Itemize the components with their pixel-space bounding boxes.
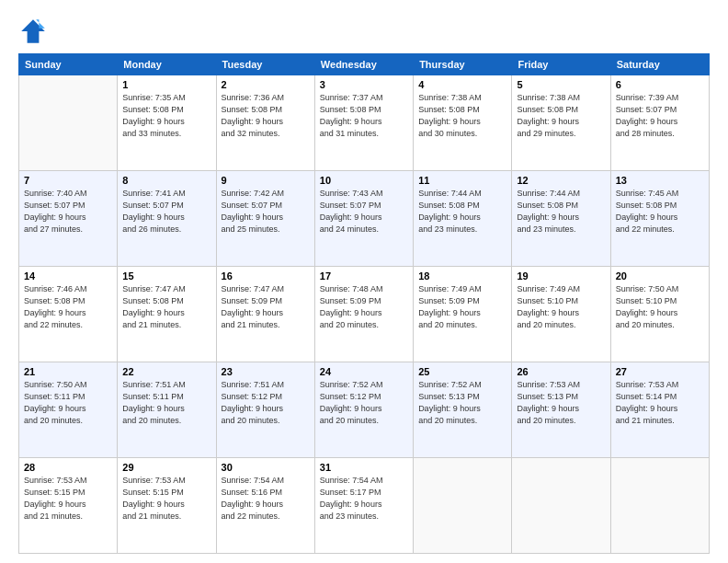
- calendar-day-cell: 25Sunrise: 7:52 AM Sunset: 5:13 PM Dayli…: [414, 362, 512, 458]
- calendar-header-row: SundayMondayTuesdayWednesdayThursdayFrid…: [19, 54, 710, 75]
- calendar-day-cell: 22Sunrise: 7:51 AM Sunset: 5:11 PM Dayli…: [118, 362, 216, 458]
- calendar-day-cell: 14Sunrise: 7:46 AM Sunset: 5:08 PM Dayli…: [19, 267, 118, 362]
- day-info: Sunrise: 7:43 AM Sunset: 5:07 PM Dayligh…: [320, 188, 408, 236]
- page: SundayMondayTuesdayWednesdayThursdayFrid…: [0, 0, 728, 563]
- calendar-day-cell: [512, 458, 610, 554]
- calendar-day-cell: 9Sunrise: 7:42 AM Sunset: 5:07 PM Daylig…: [216, 171, 314, 267]
- calendar-day-cell: 7Sunrise: 7:40 AM Sunset: 5:07 PM Daylig…: [19, 171, 118, 267]
- day-info: Sunrise: 7:53 AM Sunset: 5:15 PM Dayligh…: [122, 475, 210, 523]
- day-number: 2: [222, 79, 310, 90]
- calendar-day-cell: 17Sunrise: 7:48 AM Sunset: 5:09 PM Dayli…: [314, 267, 413, 362]
- calendar-header-friday: Friday: [512, 54, 610, 75]
- day-info: Sunrise: 7:51 AM Sunset: 5:11 PM Dayligh…: [122, 379, 210, 427]
- day-number: 16: [222, 270, 310, 282]
- calendar-table: SundayMondayTuesdayWednesdayThursdayFrid…: [18, 53, 710, 554]
- calendar-day-cell: [610, 458, 709, 554]
- day-info: Sunrise: 7:52 AM Sunset: 5:13 PM Dayligh…: [418, 379, 506, 427]
- day-number: 29: [122, 462, 210, 473]
- day-number: 30: [222, 462, 310, 473]
- day-info: Sunrise: 7:39 AM Sunset: 5:07 PM Dayligh…: [616, 92, 704, 140]
- calendar-day-cell: 16Sunrise: 7:47 AM Sunset: 5:09 PM Dayli…: [216, 267, 314, 362]
- day-number: 12: [517, 175, 605, 186]
- day-number: 13: [616, 175, 704, 186]
- svg-marker-0: [21, 19, 45, 43]
- calendar-day-cell: 2Sunrise: 7:36 AM Sunset: 5:08 PM Daylig…: [216, 75, 314, 171]
- day-info: Sunrise: 7:54 AM Sunset: 5:17 PM Dayligh…: [320, 475, 408, 523]
- day-info: Sunrise: 7:50 AM Sunset: 5:11 PM Dayligh…: [24, 379, 112, 427]
- calendar-day-cell: 29Sunrise: 7:53 AM Sunset: 5:15 PM Dayli…: [118, 458, 216, 554]
- day-info: Sunrise: 7:38 AM Sunset: 5:08 PM Dayligh…: [418, 92, 506, 140]
- day-number: 6: [616, 79, 704, 90]
- calendar-day-cell: 23Sunrise: 7:51 AM Sunset: 5:12 PM Dayli…: [216, 362, 314, 458]
- day-info: Sunrise: 7:47 AM Sunset: 5:08 PM Dayligh…: [122, 283, 210, 331]
- day-info: Sunrise: 7:46 AM Sunset: 5:08 PM Dayligh…: [24, 283, 112, 331]
- day-info: Sunrise: 7:49 AM Sunset: 5:09 PM Dayligh…: [418, 283, 506, 331]
- calendar-day-cell: [19, 75, 118, 171]
- day-info: Sunrise: 7:38 AM Sunset: 5:08 PM Dayligh…: [517, 92, 605, 140]
- day-info: Sunrise: 7:54 AM Sunset: 5:16 PM Dayligh…: [222, 475, 310, 523]
- day-info: Sunrise: 7:49 AM Sunset: 5:10 PM Dayligh…: [517, 283, 605, 331]
- day-number: 20: [616, 270, 704, 282]
- day-number: 19: [517, 270, 605, 282]
- calendar-day-cell: 19Sunrise: 7:49 AM Sunset: 5:10 PM Dayli…: [512, 267, 610, 362]
- calendar-day-cell: 24Sunrise: 7:52 AM Sunset: 5:12 PM Dayli…: [314, 362, 413, 458]
- day-number: 11: [418, 175, 506, 186]
- day-info: Sunrise: 7:53 AM Sunset: 5:15 PM Dayligh…: [24, 475, 112, 523]
- calendar-header-monday: Monday: [118, 54, 216, 75]
- day-info: Sunrise: 7:44 AM Sunset: 5:08 PM Dayligh…: [418, 188, 506, 236]
- calendar-day-cell: 13Sunrise: 7:45 AM Sunset: 5:08 PM Dayli…: [610, 171, 709, 267]
- calendar-day-cell: [414, 458, 512, 554]
- header: [18, 17, 710, 46]
- day-number: 25: [418, 366, 506, 377]
- calendar-day-cell: 31Sunrise: 7:54 AM Sunset: 5:17 PM Dayli…: [314, 458, 413, 554]
- day-info: Sunrise: 7:42 AM Sunset: 5:07 PM Dayligh…: [222, 188, 310, 236]
- day-number: 23: [222, 366, 310, 377]
- day-number: 1: [122, 79, 210, 90]
- calendar-week-row: 1Sunrise: 7:35 AM Sunset: 5:08 PM Daylig…: [19, 75, 710, 171]
- day-number: 10: [320, 175, 408, 186]
- day-number: 28: [24, 462, 112, 473]
- calendar-header-wednesday: Wednesday: [314, 54, 413, 75]
- calendar-day-cell: 21Sunrise: 7:50 AM Sunset: 5:11 PM Dayli…: [19, 362, 118, 458]
- calendar-day-cell: 28Sunrise: 7:53 AM Sunset: 5:15 PM Dayli…: [19, 458, 118, 554]
- calendar-day-cell: 5Sunrise: 7:38 AM Sunset: 5:08 PM Daylig…: [512, 75, 610, 171]
- day-info: Sunrise: 7:35 AM Sunset: 5:08 PM Dayligh…: [122, 92, 210, 140]
- day-number: 9: [222, 175, 310, 186]
- day-number: 17: [320, 270, 408, 282]
- calendar-week-row: 14Sunrise: 7:46 AM Sunset: 5:08 PM Dayli…: [19, 267, 710, 362]
- day-number: 27: [616, 366, 704, 377]
- day-info: Sunrise: 7:47 AM Sunset: 5:09 PM Dayligh…: [222, 283, 310, 331]
- calendar-day-cell: 27Sunrise: 7:53 AM Sunset: 5:14 PM Dayli…: [610, 362, 709, 458]
- day-number: 31: [320, 462, 408, 473]
- calendar-header-thursday: Thursday: [414, 54, 512, 75]
- day-info: Sunrise: 7:40 AM Sunset: 5:07 PM Dayligh…: [24, 188, 112, 236]
- day-number: 8: [122, 175, 210, 186]
- day-info: Sunrise: 7:53 AM Sunset: 5:13 PM Dayligh…: [517, 379, 605, 427]
- day-number: 7: [24, 175, 112, 186]
- day-info: Sunrise: 7:44 AM Sunset: 5:08 PM Dayligh…: [517, 188, 605, 236]
- calendar-day-cell: 8Sunrise: 7:41 AM Sunset: 5:07 PM Daylig…: [118, 171, 216, 267]
- logo-icon: [18, 17, 48, 46]
- day-number: 24: [320, 366, 408, 377]
- calendar-day-cell: 26Sunrise: 7:53 AM Sunset: 5:13 PM Dayli…: [512, 362, 610, 458]
- day-number: 22: [122, 366, 210, 377]
- calendar-week-row: 7Sunrise: 7:40 AM Sunset: 5:07 PM Daylig…: [19, 171, 710, 267]
- day-info: Sunrise: 7:45 AM Sunset: 5:08 PM Dayligh…: [616, 188, 704, 236]
- calendar-day-cell: 10Sunrise: 7:43 AM Sunset: 5:07 PM Dayli…: [314, 171, 413, 267]
- day-info: Sunrise: 7:51 AM Sunset: 5:12 PM Dayligh…: [222, 379, 310, 427]
- calendar-day-cell: 1Sunrise: 7:35 AM Sunset: 5:08 PM Daylig…: [118, 75, 216, 171]
- day-info: Sunrise: 7:50 AM Sunset: 5:10 PM Dayligh…: [616, 283, 704, 331]
- day-number: 3: [320, 79, 408, 90]
- calendar-day-cell: 3Sunrise: 7:37 AM Sunset: 5:08 PM Daylig…: [314, 75, 413, 171]
- calendar-day-cell: 4Sunrise: 7:38 AM Sunset: 5:08 PM Daylig…: [414, 75, 512, 171]
- day-info: Sunrise: 7:52 AM Sunset: 5:12 PM Dayligh…: [320, 379, 408, 427]
- calendar-day-cell: 15Sunrise: 7:47 AM Sunset: 5:08 PM Dayli…: [118, 267, 216, 362]
- day-info: Sunrise: 7:53 AM Sunset: 5:14 PM Dayligh…: [616, 379, 704, 427]
- day-number: 18: [418, 270, 506, 282]
- day-number: 15: [122, 270, 210, 282]
- calendar-day-cell: 12Sunrise: 7:44 AM Sunset: 5:08 PM Dayli…: [512, 171, 610, 267]
- calendar-week-row: 28Sunrise: 7:53 AM Sunset: 5:15 PM Dayli…: [19, 458, 710, 554]
- day-info: Sunrise: 7:36 AM Sunset: 5:08 PM Dayligh…: [222, 92, 310, 140]
- calendar-day-cell: 11Sunrise: 7:44 AM Sunset: 5:08 PM Dayli…: [414, 171, 512, 267]
- logo: [18, 17, 51, 46]
